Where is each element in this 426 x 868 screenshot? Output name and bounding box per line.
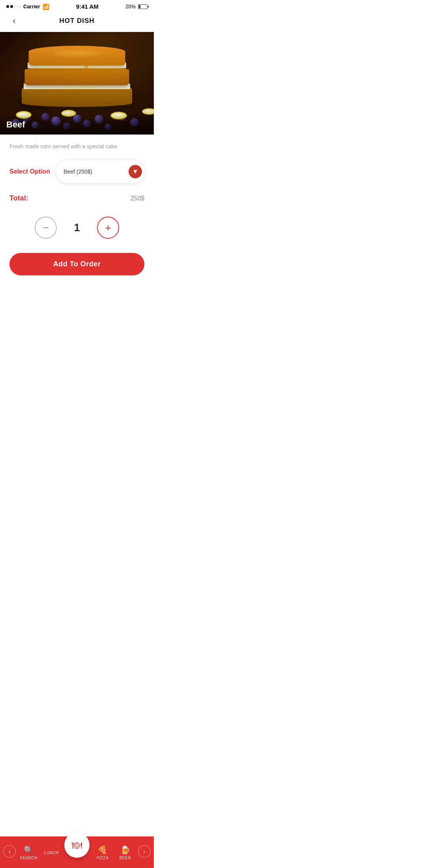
dish-name: Beef [6,120,25,129]
signal-dot-1 [6,5,9,8]
plus-icon: + [105,223,111,233]
signal-dot-2 [10,5,13,8]
content-area: Fresh made corn served with a special ca… [0,135,154,331]
quantity-value: 1 [71,221,83,234]
chevron-down-icon: ▼ [132,168,138,175]
signal-dot-3 [14,5,17,8]
add-to-order-label: Add To Order [53,260,101,268]
select-option-label: Select Option [9,168,50,175]
battery-percent: 20% [125,4,136,9]
status-bar: Carrier 📶 9:41 AM 20% [0,0,154,11]
select-option-row: Select Option Beef (250$) ▼ [9,160,144,183]
total-value: 250$ [130,195,144,202]
minus-icon: − [43,223,49,233]
signal-icon [6,5,21,8]
dish-hero-image: Beef [0,32,154,135]
dish-name-overlay: Beef [0,115,154,135]
status-right: 20% [125,4,148,9]
quantity-increase-button[interactable]: + [97,217,119,239]
total-label: Total: [9,194,28,202]
bottom-spacer [9,283,144,323]
quantity-row: − 1 + [9,217,144,239]
header: ‹ HOT DISH [0,11,154,32]
back-chevron-icon: ‹ [13,17,15,25]
battery-fill [139,5,140,8]
quantity-decrease-button[interactable]: − [35,217,57,239]
status-left: Carrier 📶 [6,4,49,10]
dropdown-arrow-button[interactable]: ▼ [129,165,142,178]
add-to-order-button[interactable]: Add To Order [9,253,144,275]
dish-description: Fresh made corn served with a special ca… [9,142,144,151]
back-button[interactable]: ‹ [8,15,21,27]
status-time: 9:41 AM [76,3,99,10]
page-title: HOT DISH [21,17,133,25]
total-row: Total: 250$ [9,194,144,202]
option-dropdown[interactable]: Beef (250$) ▼ [56,160,144,183]
battery-body [138,4,148,9]
signal-dot-4 [18,5,21,8]
dropdown-current-value: Beef (250$) [64,168,92,175]
carrier-label: Carrier [23,4,40,9]
battery-icon [138,4,148,9]
wifi-icon: 📶 [43,4,49,10]
